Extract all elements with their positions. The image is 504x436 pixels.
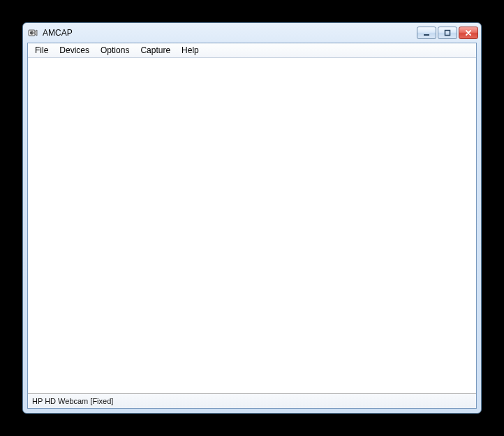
statusbar: HP HD Webcam [Fixed] (28, 393, 476, 408)
maximize-icon (444, 29, 451, 36)
maximize-button[interactable] (438, 27, 457, 39)
app-icon (27, 27, 38, 38)
svg-point-2 (31, 32, 33, 34)
menu-capture[interactable]: Capture (135, 44, 176, 57)
client-area: File Devices Options Capture Help HP HD … (27, 43, 477, 409)
window-controls (417, 27, 478, 39)
app-window: AMCAP File Devices Options (22, 22, 482, 414)
svg-rect-4 (445, 31, 450, 36)
status-text: HP HD Webcam [Fixed] (32, 397, 113, 405)
close-icon (465, 29, 472, 36)
menu-options[interactable]: Options (95, 44, 135, 57)
window-title: AMCAP (43, 28, 417, 38)
menu-devices[interactable]: Devices (54, 44, 95, 57)
svg-rect-3 (424, 34, 429, 36)
video-preview-area (28, 58, 476, 393)
close-button[interactable] (459, 27, 478, 39)
minimize-icon (423, 29, 430, 36)
menu-file[interactable]: File (29, 44, 54, 57)
menubar: File Devices Options Capture Help (28, 43, 476, 58)
titlebar[interactable]: AMCAP (23, 23, 481, 43)
menu-help[interactable]: Help (176, 44, 205, 57)
minimize-button[interactable] (417, 27, 436, 39)
